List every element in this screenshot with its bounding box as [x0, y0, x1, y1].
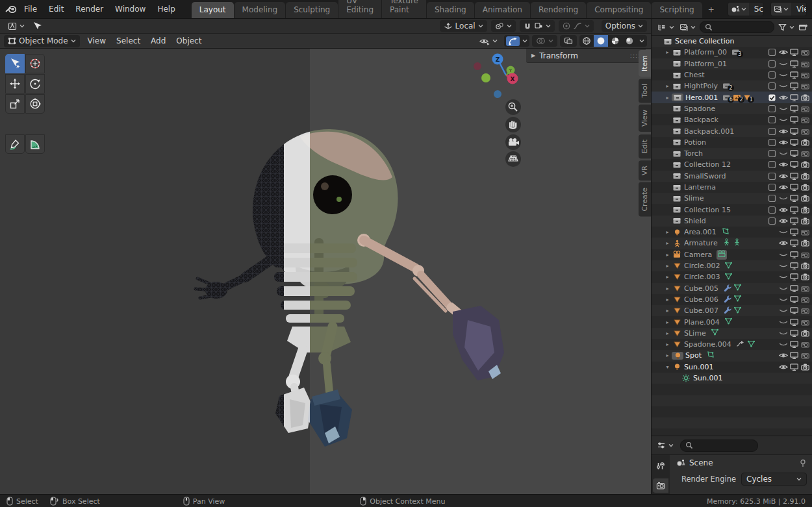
outliner-display-mode-dropdown[interactable] [655, 21, 676, 33]
outliner-row-torch[interactable]: Torch [652, 148, 812, 159]
falloff-icon[interactable] [573, 22, 582, 30]
shading-rendered-button[interactable] [622, 35, 637, 47]
outliner-row-circle-002[interactable]: ▸Circle.002 [652, 260, 812, 271]
properties-search-input[interactable] [680, 439, 758, 452]
hide-viewport-toggle[interactable] [778, 351, 789, 360]
disable-renders-toggle[interactable] [800, 149, 811, 158]
disable-renders-toggle[interactable] [800, 127, 811, 136]
outliner-row-cube-006[interactable]: ▸Cube.006 [652, 294, 812, 305]
outliner-row-backpack[interactable]: Backpack [652, 114, 812, 125]
viewport-menu-view[interactable]: View [82, 35, 111, 47]
arrow-right-icon[interactable]: ▸ [663, 95, 672, 101]
view-layer-name[interactable]: View Layer [791, 5, 807, 14]
outliner-row-sun-001[interactable]: ▾Sun.001 [652, 362, 812, 373]
disable-renders-toggle[interactable] [800, 363, 811, 371]
hide-viewport-toggle[interactable] [778, 262, 789, 270]
exclude-checkbox-unchecked[interactable] [767, 217, 778, 225]
workspace-tab-rendering[interactable]: Rendering [531, 2, 586, 18]
exclude-checkbox-unchecked[interactable] [767, 105, 778, 113]
disable-viewports-toggle[interactable] [789, 60, 800, 68]
exclude-checkbox-checked[interactable] [767, 93, 778, 102]
arrow-right-icon[interactable]: ▸ [663, 341, 672, 347]
pin-icon[interactable] [799, 459, 807, 467]
cursor-tool[interactable] [25, 54, 45, 73]
select-box-tool[interactable] [5, 54, 25, 73]
shading-wireframe-button[interactable] [579, 35, 594, 47]
workspace-tab-compositing[interactable]: Compositing [587, 2, 651, 18]
disable-renders-toggle[interactable] [800, 93, 811, 102]
exclude-checkbox-unchecked[interactable] [767, 149, 778, 158]
exclude-checkbox-unchecked[interactable] [767, 60, 778, 68]
outliner-row-cube-005[interactable]: ▸Cube.005 [652, 283, 812, 294]
xray-toggle[interactable] [560, 35, 577, 47]
disable-renders-toggle[interactable] [800, 82, 811, 90]
disable-viewports-toggle[interactable] [789, 93, 800, 102]
hide-viewport-toggle[interactable] [778, 239, 789, 247]
workspace-tab-modeling[interactable]: Modeling [235, 2, 286, 18]
disable-renders-toggle[interactable] [800, 228, 811, 236]
menu-render[interactable]: Render [70, 3, 109, 16]
outliner-row-plane-004[interactable]: ▸Plane.004 [652, 316, 812, 327]
outliner-row-chest[interactable]: Chest [652, 69, 812, 80]
new-collection-button[interactable] [798, 23, 808, 31]
disable-viewports-toggle[interactable] [789, 295, 800, 304]
disable-viewports-toggle[interactable] [789, 273, 800, 281]
arrow-right-icon[interactable]: ▸ [663, 308, 672, 314]
workspace-tab-shading[interactable]: Shading [427, 2, 474, 18]
arrow-right-icon[interactable]: ▸ [663, 263, 672, 269]
viewport-menu-select[interactable]: Select [111, 35, 146, 47]
outliner-row-slime[interactable]: ▸SLime [652, 328, 812, 339]
hide-viewport-toggle[interactable] [778, 105, 789, 113]
outliner-row-spot[interactable]: ▸Spot [652, 350, 812, 361]
orthographic-toggle-button[interactable] [505, 151, 521, 167]
arrow-down-icon[interactable]: ▾ [663, 364, 672, 370]
scene-selector[interactable]: Scene [728, 2, 764, 16]
outliner-row-area-001[interactable]: ▸Area.001 [652, 227, 812, 238]
scale-tool[interactable] [5, 94, 25, 114]
disable-viewports-toggle[interactable] [789, 340, 800, 349]
snap-target-icon[interactable] [534, 22, 543, 30]
disable-renders-toggle[interactable] [800, 239, 811, 247]
menu-window[interactable]: Window [109, 3, 151, 16]
outliner-row-collection-12[interactable]: Collection 12 [652, 159, 812, 170]
disable-viewports-toggle[interactable] [789, 363, 800, 371]
outliner-row-potion[interactable]: Potion [652, 137, 812, 148]
shading-solid-button[interactable] [594, 35, 608, 47]
rotate-tool[interactable] [25, 74, 45, 93]
outliner-filter-id-dropdown[interactable] [678, 21, 697, 33]
hide-viewport-toggle[interactable] [778, 251, 789, 259]
arrow-right-icon[interactable]: ▸ [663, 83, 672, 89]
menu-help[interactable]: Help [151, 3, 181, 16]
disable-viewports-toggle[interactable] [789, 105, 800, 113]
exclude-checkbox-unchecked[interactable] [767, 183, 778, 192]
viewport-menu-add[interactable]: Add [146, 35, 171, 47]
disable-renders-toggle[interactable] [800, 183, 811, 192]
annotate-tool[interactable] [5, 134, 25, 154]
disable-renders-toggle[interactable] [800, 262, 811, 270]
hide-viewport-toggle[interactable] [778, 340, 789, 349]
hide-viewport-toggle[interactable] [778, 194, 789, 203]
disable-renders-toggle[interactable] [800, 251, 811, 259]
disable-viewports-toggle[interactable] [789, 172, 800, 180]
workspace-tab-sculpting[interactable]: Sculpting [286, 2, 338, 18]
disable-viewports-toggle[interactable] [789, 71, 800, 79]
disable-viewports-toggle[interactable] [789, 160, 800, 169]
tab-render-properties[interactable] [653, 478, 668, 493]
workspace-tab-scripting[interactable]: Scripting [652, 2, 702, 18]
exclude-checkbox-unchecked[interactable] [767, 116, 778, 124]
transform-tool[interactable] [25, 94, 45, 114]
arrow-right-icon[interactable]: ▸ [663, 252, 672, 258]
disable-viewports-toggle[interactable] [789, 251, 800, 259]
hide-viewport-toggle[interactable] [778, 160, 789, 169]
outliner-filter-dropdown[interactable] [777, 21, 796, 33]
disable-viewports-toggle[interactable] [789, 217, 800, 225]
gizmo-toggle[interactable] [504, 35, 529, 47]
workspace-tab-uv-editing[interactable]: UV Editing [338, 0, 381, 18]
overlays-toggle[interactable] [532, 35, 557, 47]
properties-editor-type-button[interactable] [655, 439, 675, 451]
sidebar-tab-item[interactable]: Item [639, 50, 651, 77]
proportional-editing-group[interactable] [559, 20, 594, 32]
disable-viewports-toggle[interactable] [789, 48, 800, 56]
arrow-right-icon[interactable]: ▸ [663, 274, 672, 280]
scene-name[interactable]: Scene [749, 5, 764, 14]
